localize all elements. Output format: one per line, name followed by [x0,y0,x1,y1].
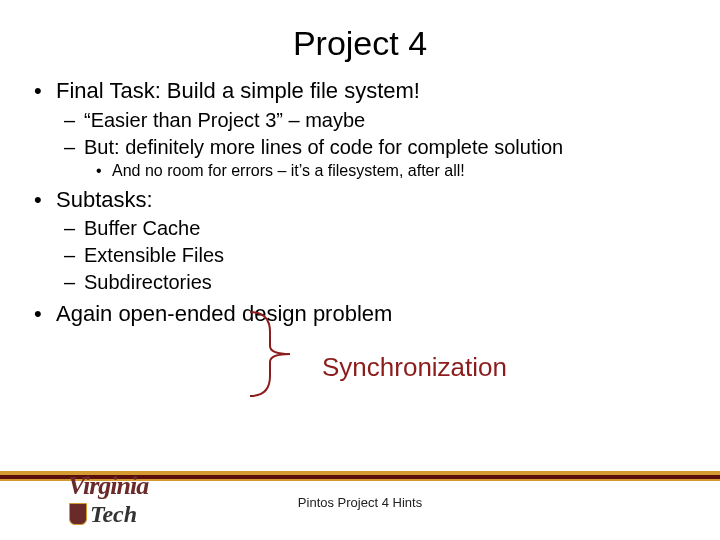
virginia-tech-logo: Virginia Tech [68,471,148,528]
bullet-open-ended: Again open-ended design problem [22,300,700,328]
bullet-text: Final Task: Build a simple file system! [56,78,420,103]
logo-text-tech: Tech [90,501,137,527]
shield-icon [69,503,87,525]
subbullet-subdirectories: Subdirectories [56,270,700,294]
subbullet-extensible-files: Extensible Files [56,243,700,267]
bullet-text: But: definitely more lines of code for c… [84,136,563,158]
annotation-synchronization: Synchronization [322,352,507,383]
bullet-text: Subtasks: [56,187,153,212]
slide-title: Project 4 [0,0,720,71]
subbullet-easier: “Easier than Project 3” – maybe [56,108,700,132]
slide-body: Final Task: Build a simple file system! … [0,77,720,328]
bullet-subtasks: Subtasks: Buffer Cache Extensible Files … [22,186,700,295]
subbullet-buffer-cache: Buffer Cache [56,216,700,240]
subsubbullet-no-room: And no room for errors – it’s a filesyst… [84,161,700,180]
subbullet-more-lines: But: definitely more lines of code for c… [56,135,700,180]
brace-icon [240,308,310,400]
bullet-final-task: Final Task: Build a simple file system! … [22,77,700,180]
logo-text-virginia: Virginia [68,471,148,500]
